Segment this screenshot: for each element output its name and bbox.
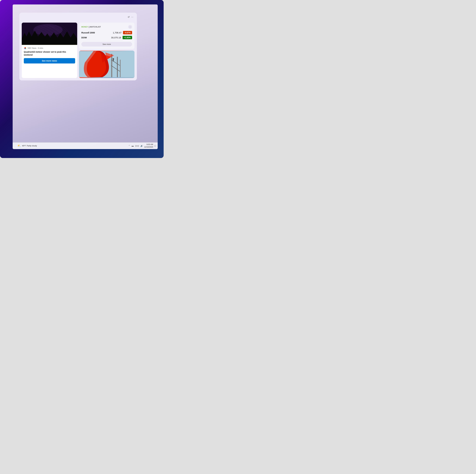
- news-image-headline[interactable]: Quadrantid meteor shower set to peak thi…: [24, 50, 75, 56]
- right-image-card: [79, 51, 135, 78]
- right-image-svg: [79, 51, 135, 77]
- stock-name-1: Russell 2000: [81, 31, 95, 34]
- stock-change-2: +1.82%: [122, 36, 132, 39]
- date-display: 12/16/2020: [144, 146, 153, 148]
- taskbar: ⛅ 49°F Partly cloudy ⌃ ▬ ((ω)) 🔊 9:05 AM…: [13, 142, 158, 149]
- nbc-news-source: NBC News · 6 mins: [24, 47, 75, 50]
- stock-row-2: DOW 30,070.18 +1.82%: [81, 36, 132, 39]
- widget-panel: ↺ ···: [19, 13, 137, 81]
- svg-rect-15: [117, 57, 118, 77]
- right-column: MONEY | WATCHLIST ··· Russell 2000 1,708…: [79, 23, 135, 78]
- volume-icon[interactable]: 🔊: [140, 145, 143, 147]
- top-bar: ↺ ···: [22, 15, 135, 19]
- taskbar-condition: Partly cloudy: [27, 145, 37, 147]
- news-image-photo: [22, 23, 77, 45]
- svg-rect-20: [113, 60, 114, 62]
- taskbar-weather: ⛅ 49°F Partly cloudy: [17, 144, 37, 147]
- stock-name-2: DOW: [81, 36, 87, 39]
- stock-change-1: -0.67%: [123, 31, 132, 34]
- stock-right-2: 30,070.18 +1.82%: [111, 36, 132, 39]
- wifi-icon: ((ω)): [135, 145, 139, 147]
- svg-rect-16: [120, 60, 121, 77]
- time-display: 9:05 AM: [144, 143, 153, 146]
- right-image-photo: [79, 51, 135, 78]
- bottom-row: NBC News · 6 mins Quadrantid meteor show…: [22, 23, 135, 78]
- taskbar-temp: 49°F: [22, 145, 26, 147]
- refresh-icon[interactable]: ↺: [128, 16, 130, 18]
- watchlist-header: MONEY | WATCHLIST ···: [81, 25, 132, 29]
- watchlist-title: MONEY | WATCHLIST: [81, 26, 101, 28]
- chevron-up-icon[interactable]: ⌃: [128, 145, 130, 147]
- taskbar-weather-icon: ⛅: [17, 144, 21, 147]
- watchlist-more-button[interactable]: ···: [128, 25, 132, 29]
- svg-point-19: [113, 58, 114, 60]
- nbc-logo: [24, 47, 27, 50]
- stock-row-1: Russell 2000 1,708.47 -0.67%: [81, 31, 132, 34]
- nbc-source-name: NBC News · 6 mins: [28, 47, 43, 49]
- stock-right-1: 1,708.47 -0.67%: [113, 31, 132, 34]
- screen: ↺ ···: [13, 4, 158, 149]
- more-icon[interactable]: ···: [131, 16, 133, 18]
- taskbar-icons: ⌃ ▬ ((ω)) 🔊: [128, 145, 143, 147]
- see-more-news-button[interactable]: See more news: [24, 58, 75, 64]
- see-more-stocks-button[interactable]: See more: [81, 42, 132, 47]
- taskbar-time: 9:05 AM 12/16/2020: [144, 143, 153, 148]
- star-trails-svg: [22, 23, 77, 44]
- laptop-frame: ↺ ···: [0, 0, 164, 158]
- stock-value-1: 1,708.47: [113, 31, 121, 34]
- notification-icon[interactable]: □: [154, 144, 156, 147]
- svg-point-1: [34, 24, 63, 36]
- stock-value-2: 30,070.18: [111, 36, 121, 39]
- watchlist-card: MONEY | WATCHLIST ··· Russell 2000 1,708…: [79, 23, 135, 49]
- svg-rect-2: [22, 39, 77, 44]
- battery-icon: ▬: [132, 145, 134, 147]
- news-image-content: NBC News · 6 mins Quadrantid meteor show…: [22, 45, 77, 65]
- news-image-card: NBC News · 6 mins Quadrantid meteor show…: [22, 23, 77, 78]
